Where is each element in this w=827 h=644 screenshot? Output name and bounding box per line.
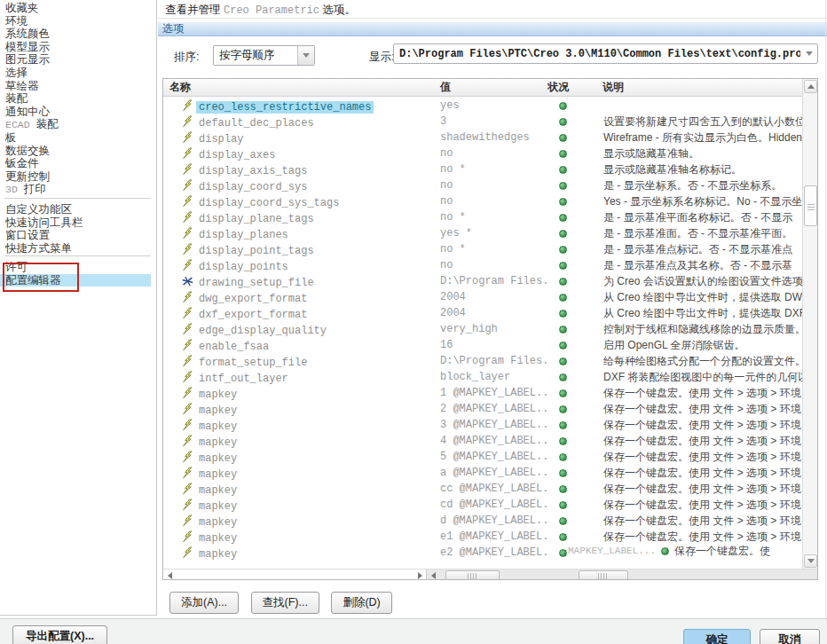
status-ok-icon (559, 246, 567, 254)
config-row[interactable]: mapkey cd @MAPKEY_LABEL... 保存一个键盘宏。使用 文件… (163, 497, 804, 513)
config-row[interactable]: dwg_export_format 2004 从 Creo 绘图中导出文件时，提… (163, 289, 804, 305)
option-name: creo_less_restrictive_names (196, 101, 374, 114)
status-ok-icon (559, 501, 567, 509)
sidebar-item[interactable]: 收藏夹 (0, 2, 156, 15)
sidebar-item[interactable]: 3D 打印 (0, 183, 156, 196)
config-row[interactable]: mapkey e2 @MAPKEY_LABEL... (163, 545, 804, 561)
status-ok-icon (559, 485, 567, 493)
sidebar-item[interactable]: 装配 (0, 92, 156, 106)
sidebar-item[interactable]: 草绘器 (0, 80, 156, 93)
scroll-left-button[interactable] (164, 570, 175, 580)
lightning-icon (182, 195, 193, 208)
config-row[interactable]: mapkey 1 @MAPKEY_LABEL... 保存一个键盘宏。使用 文件 … (163, 385, 804, 401)
config-row[interactable]: mapkey a @MAPKEY_LABEL... 保存一个键盘宏。使用 文件 … (163, 465, 804, 481)
option-name: edge_display_quality (196, 325, 329, 337)
scroll-down-button[interactable] (804, 554, 817, 568)
sidebar-item[interactable]: 许可 (0, 261, 156, 274)
status-ok-icon (559, 342, 567, 349)
page-title-suffix: 选项。 (323, 4, 357, 16)
page-title: 查看并管理 Creo Parametric 选项。 (165, 3, 356, 18)
vertical-scrollbar-thumb[interactable] (804, 185, 817, 226)
config-row[interactable]: enable_fsaa 16 启用 OpenGL 全屏消除锯齿。 (163, 337, 804, 353)
sidebar-item[interactable]: 系统颜色 (0, 27, 156, 41)
option-value: shadewithedges (440, 131, 548, 144)
sidebar-item[interactable]: 快速访问工具栏 (0, 216, 156, 230)
scroll-left-button[interactable] (428, 570, 438, 580)
config-row[interactable]: format_setup_file D:\Program Files... 给每… (163, 353, 804, 369)
option-name: display_axis_tags (196, 165, 310, 177)
vertical-scrollbar[interactable] (802, 79, 817, 569)
config-row[interactable]: display_point_tags no * 是 - 显示基准点标记。否 - … (163, 241, 804, 257)
sidebar-item[interactable]: 选择 (0, 67, 156, 80)
sidebar-item[interactable]: 窗口设置 (0, 229, 156, 242)
scroll-up-button[interactable] (804, 80, 817, 93)
sidebar-item[interactable]: 自定义功能区 (0, 203, 156, 216)
scroll-right-button[interactable] (414, 570, 425, 580)
arrow-left-icon (431, 572, 436, 579)
lightning-icon (182, 211, 193, 224)
config-row[interactable]: display_axis_tags no * 显示或隐藏基准轴名称标记。 (163, 161, 804, 177)
option-name: mapkey (196, 548, 240, 561)
config-row[interactable]: display_axes no 显示或隐藏基准轴。 (163, 145, 804, 161)
sidebar-item[interactable]: 图元显示 (0, 53, 156, 67)
sidebar-item[interactable]: 通知中心 (0, 106, 156, 119)
lightning-icon (182, 179, 193, 192)
sidebar-item-label: 快捷方式菜单 (5, 242, 72, 255)
config-row[interactable]: mapkey 4 @MAPKEY_LABEL... 保存一个键盘宏。使用 文件 … (163, 433, 804, 449)
config-row[interactable]: display_planes yes * 是 - 显示基准面。否 - 不显示基准… (163, 225, 804, 241)
config-row[interactable]: drawing_setup_file D:\Program Files... 为… (163, 273, 804, 289)
sidebar-item[interactable]: 环境 (0, 15, 156, 28)
config-row[interactable]: creo_less_restrictive_names yes (163, 98, 804, 114)
option-value: e2 @MAPKEY_LABEL... (440, 546, 548, 559)
option-description: 保存一个键盘宏。使用 文件 > 选项 > 环境 > (603, 514, 804, 529)
config-row[interactable]: dxf_export_format 2004 从 Creo 绘图中导出文件时，提… (163, 305, 804, 321)
sidebar-item-prefix: 3D (5, 184, 24, 195)
cancel-button[interactable]: 取消 (760, 629, 820, 644)
window-edge (825, 0, 826, 618)
option-description: 是 - 显示基准点及其名称。否 - 不显示基 (603, 258, 804, 273)
sidebar-item[interactable]: 钣金件 (0, 157, 156, 170)
config-row[interactable]: mapkey d @MAPKEY_LABEL... 保存一个键盘宏。使用 文件 … (163, 513, 804, 529)
option-description: 显示或隐藏基准轴。 (603, 146, 804, 161)
show-label: 显示: (369, 50, 394, 65)
config-row[interactable]: edge_display_quality very_high 控制对于线框和隐藏… (163, 321, 804, 337)
lightning-icon (182, 307, 193, 319)
sidebar-item[interactable]: 更新控制 (0, 170, 156, 184)
config-row[interactable]: display_plane_tags no * 是 - 显示基准平面名称标记。否… (163, 209, 804, 225)
horizontal-scrollbar-thumb[interactable] (445, 570, 500, 580)
config-row[interactable]: mapkey cc @MAPKEY_LABEL... 保存一个键盘宏。使用 文件… (163, 481, 804, 497)
sidebar-item[interactable]: 模型显示 (0, 41, 156, 54)
sidebar-item[interactable]: ECAD 装配 (0, 118, 156, 131)
horizontal-scrollbar-left[interactable] (163, 569, 426, 580)
product-name: Creo Parametric (224, 4, 319, 17)
grip-icon (468, 573, 478, 579)
config-row[interactable]: display_points no 是 - 显示基准点及其名称。否 - 不显示基 (163, 257, 804, 273)
sidebar-item[interactable]: 板 (0, 131, 156, 145)
config-row[interactable]: display_coord_sys no 是 - 显示坐标系。否 - 不显示坐标… (163, 177, 804, 193)
config-row[interactable]: mapkey 2 @MAPKEY_LABEL... 保存一个键盘宏。使用 文件 … (163, 401, 804, 417)
find-button[interactable]: 查找(F)... (251, 592, 319, 614)
ok-button[interactable]: 确定 (683, 629, 751, 644)
horizontal-scrollbar-right[interactable] (426, 569, 818, 580)
option-value: 5 @MAPKEY_LABEL... (440, 451, 548, 463)
arrow-up-icon (807, 84, 815, 89)
sidebar-item[interactable]: 配置编辑器 (0, 274, 151, 287)
config-row[interactable]: mapkey 3 @MAPKEY_LABEL... 保存一个键盘宏。使用 文件 … (163, 417, 804, 433)
option-name: display_coord_sys_tags (196, 197, 342, 209)
sidebar-item[interactable]: 数据交换 (0, 145, 156, 158)
export-config-button[interactable]: 导出配置(X)... (12, 625, 107, 644)
sidebar-item[interactable]: 快捷方式菜单 (0, 242, 156, 255)
config-row[interactable]: mapkey 5 @MAPKEY_LABEL... 保存一个键盘宏。使用 文件 … (163, 449, 804, 465)
config-row[interactable]: display shadewithedges Wireframe - 所有实边显… (163, 130, 804, 145)
config-row[interactable]: intf_out_layer block_layer DXF 将装配绘图视图中的… (163, 369, 804, 385)
config-file-dropdown[interactable]: D:\Program Files\PTC\Creo 3.0\M110\Commo… (393, 43, 818, 64)
config-row[interactable]: display_coord_sys_tags no Yes - 显示坐标系名称标… (163, 193, 804, 209)
status-ok-icon (559, 533, 567, 541)
add-button[interactable]: 添加(A)... (169, 592, 239, 614)
config-row[interactable]: default_dec_places 3 设置要将新建尺寸四舍五入到的默认小数位 (163, 114, 804, 130)
delete-button[interactable]: 删除(D) (331, 592, 391, 614)
sort-dropdown[interactable]: 按字母顺序 (213, 45, 315, 66)
horizontal-scrollbar-thumb[interactable] (579, 570, 628, 580)
config-row[interactable]: mapkey e1 @MAPKEY_LABEL... 保存一个键盘宏。使用 文件… (163, 529, 804, 545)
sidebar-item-label: 环境 (5, 15, 28, 27)
